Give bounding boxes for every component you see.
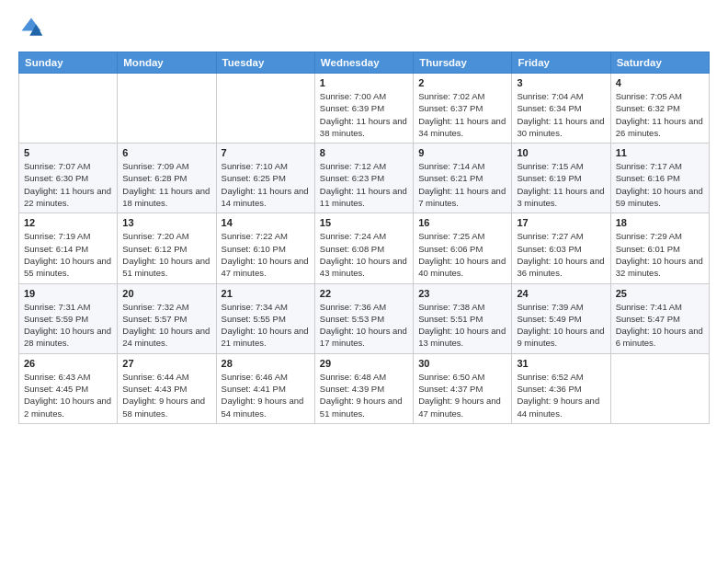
day-info: Sunrise: 6:46 AMSunset: 4:41 PMDaylight:… — [222, 371, 310, 419]
day-info: Sunrise: 7:36 AMSunset: 5:53 PMDaylight:… — [320, 301, 408, 350]
calendar-cell: 20Sunrise: 7:32 AMSunset: 5:57 PMDayligh… — [118, 283, 216, 353]
calendar-cell: 27Sunrise: 6:44 AMSunset: 4:43 PMDayligh… — [118, 353, 216, 423]
calendar-cell: 4Sunrise: 7:05 AMSunset: 6:32 PMDaylight… — [610, 74, 709, 144]
day-number: 22 — [320, 288, 408, 299]
calendar-week-row: 26Sunrise: 6:43 AMSunset: 4:45 PMDayligh… — [19, 353, 710, 423]
day-info: Sunrise: 7:29 AMSunset: 6:01 PMDaylight:… — [616, 230, 704, 279]
calendar-cell: 24Sunrise: 7:39 AMSunset: 5:49 PMDayligh… — [512, 283, 610, 353]
calendar-cell: 28Sunrise: 6:46 AMSunset: 4:41 PMDayligh… — [216, 353, 314, 423]
calendar-cell: 14Sunrise: 7:22 AMSunset: 6:10 PMDayligh… — [216, 213, 314, 283]
day-info: Sunrise: 7:15 AMSunset: 6:19 PMDaylight:… — [517, 160, 605, 209]
day-info: Sunrise: 7:24 AMSunset: 6:08 PMDaylight:… — [320, 230, 408, 279]
calendar-cell: 9Sunrise: 7:14 AMSunset: 6:21 PMDaylight… — [414, 144, 512, 213]
day-info: Sunrise: 7:02 AMSunset: 6:37 PMDaylight:… — [418, 90, 506, 139]
day-info: Sunrise: 7:12 AMSunset: 6:23 PMDaylight:… — [320, 160, 408, 209]
day-number: 30 — [418, 358, 506, 369]
day-number: 3 — [517, 77, 605, 88]
day-number: 25 — [616, 288, 704, 299]
day-info: Sunrise: 7:39 AMSunset: 5:49 PMDaylight:… — [517, 301, 605, 350]
day-info: Sunrise: 6:48 AMSunset: 4:39 PMDaylight:… — [320, 371, 408, 419]
calendar-cell: 26Sunrise: 6:43 AMSunset: 4:45 PMDayligh… — [19, 353, 118, 423]
day-info: Sunrise: 7:07 AMSunset: 6:30 PMDaylight:… — [24, 160, 112, 209]
day-info: Sunrise: 7:09 AMSunset: 6:28 PMDaylight:… — [122, 160, 210, 209]
day-info: Sunrise: 7:14 AMSunset: 6:21 PMDaylight:… — [418, 160, 506, 209]
calendar-cell — [216, 74, 314, 144]
day-info: Sunrise: 7:41 AMSunset: 5:47 PMDaylight:… — [616, 301, 704, 350]
day-info: Sunrise: 7:32 AMSunset: 5:57 PMDaylight:… — [122, 301, 210, 350]
day-info: Sunrise: 7:25 AMSunset: 6:06 PMDaylight:… — [418, 230, 506, 279]
calendar-cell: 8Sunrise: 7:12 AMSunset: 6:23 PMDaylight… — [314, 144, 413, 213]
day-of-week-header: Monday — [118, 52, 216, 74]
day-number: 15 — [320, 217, 408, 228]
calendar-cell: 12Sunrise: 7:19 AMSunset: 6:14 PMDayligh… — [19, 213, 118, 283]
day-number: 2 — [418, 77, 506, 88]
calendar-cell: 2Sunrise: 7:02 AMSunset: 6:37 PMDaylight… — [414, 74, 512, 144]
day-number: 7 — [222, 147, 310, 158]
calendar-cell: 15Sunrise: 7:24 AMSunset: 6:08 PMDayligh… — [314, 213, 413, 283]
day-number: 17 — [517, 217, 605, 228]
calendar-cell: 23Sunrise: 7:38 AMSunset: 5:51 PMDayligh… — [414, 283, 512, 353]
day-of-week-header: Friday — [512, 52, 610, 74]
day-info: Sunrise: 6:43 AMSunset: 4:45 PMDaylight:… — [24, 371, 112, 419]
calendar-table: SundayMondayTuesdayWednesdayThursdayFrid… — [18, 52, 710, 424]
day-number: 21 — [222, 288, 310, 299]
calendar-cell: 5Sunrise: 7:07 AMSunset: 6:30 PMDaylight… — [19, 144, 118, 213]
day-number: 26 — [24, 358, 112, 369]
calendar-cell: 21Sunrise: 7:34 AMSunset: 5:55 PMDayligh… — [216, 283, 314, 353]
calendar-week-row: 19Sunrise: 7:31 AMSunset: 5:59 PMDayligh… — [19, 283, 710, 353]
calendar-cell: 1Sunrise: 7:00 AMSunset: 6:39 PMDaylight… — [314, 74, 413, 144]
day-of-week-header: Thursday — [414, 52, 512, 74]
day-of-week-header: Saturday — [610, 52, 709, 74]
day-number: 8 — [320, 147, 408, 158]
calendar-cell: 10Sunrise: 7:15 AMSunset: 6:19 PMDayligh… — [512, 144, 610, 213]
day-number: 14 — [222, 217, 310, 228]
day-info: Sunrise: 7:00 AMSunset: 6:39 PMDaylight:… — [320, 90, 408, 139]
day-info: Sunrise: 7:38 AMSunset: 5:51 PMDaylight:… — [418, 301, 506, 350]
day-number: 28 — [222, 358, 310, 369]
day-number: 12 — [24, 217, 112, 228]
day-number: 19 — [24, 288, 112, 299]
day-number: 1 — [320, 77, 408, 88]
day-info: Sunrise: 7:17 AMSunset: 6:16 PMDaylight:… — [616, 160, 704, 209]
day-info: Sunrise: 7:22 AMSunset: 6:10 PMDaylight:… — [222, 230, 310, 279]
calendar-cell — [118, 74, 216, 144]
days-header-row: SundayMondayTuesdayWednesdayThursdayFrid… — [19, 52, 710, 74]
calendar-cell: 17Sunrise: 7:27 AMSunset: 6:03 PMDayligh… — [512, 213, 610, 283]
day-number: 6 — [122, 147, 210, 158]
calendar-cell: 18Sunrise: 7:29 AMSunset: 6:01 PMDayligh… — [610, 213, 709, 283]
day-info: Sunrise: 7:27 AMSunset: 6:03 PMDaylight:… — [517, 230, 605, 279]
day-number: 24 — [517, 288, 605, 299]
calendar-cell: 7Sunrise: 7:10 AMSunset: 6:25 PMDaylight… — [216, 144, 314, 213]
day-info: Sunrise: 6:44 AMSunset: 4:43 PMDaylight:… — [122, 371, 210, 419]
day-info: Sunrise: 7:04 AMSunset: 6:34 PMDaylight:… — [517, 90, 605, 139]
calendar-week-row: 5Sunrise: 7:07 AMSunset: 6:30 PMDaylight… — [19, 144, 710, 213]
calendar-cell: 19Sunrise: 7:31 AMSunset: 5:59 PMDayligh… — [19, 283, 118, 353]
calendar-cell: 29Sunrise: 6:48 AMSunset: 4:39 PMDayligh… — [314, 353, 413, 423]
logo-icon — [18, 15, 44, 40]
day-number: 29 — [320, 358, 408, 369]
day-info: Sunrise: 6:52 AMSunset: 4:36 PMDaylight:… — [517, 371, 605, 419]
day-of-week-header: Wednesday — [314, 52, 413, 74]
day-number: 13 — [122, 217, 210, 228]
day-info: Sunrise: 7:10 AMSunset: 6:25 PMDaylight:… — [222, 160, 310, 209]
day-info: Sunrise: 6:50 AMSunset: 4:37 PMDaylight:… — [418, 371, 506, 419]
day-number: 16 — [418, 217, 506, 228]
day-number: 11 — [616, 147, 704, 158]
calendar-cell: 22Sunrise: 7:36 AMSunset: 5:53 PMDayligh… — [314, 283, 413, 353]
day-of-week-header: Sunday — [19, 52, 118, 74]
day-number: 20 — [122, 288, 210, 299]
calendar-week-row: 1Sunrise: 7:00 AMSunset: 6:39 PMDaylight… — [19, 74, 710, 144]
day-number: 4 — [616, 77, 704, 88]
calendar-cell: 31Sunrise: 6:52 AMSunset: 4:36 PMDayligh… — [512, 353, 610, 423]
calendar-cell: 25Sunrise: 7:41 AMSunset: 5:47 PMDayligh… — [610, 283, 709, 353]
day-number: 5 — [24, 147, 112, 158]
day-number: 9 — [418, 147, 506, 158]
day-info: Sunrise: 7:05 AMSunset: 6:32 PMDaylight:… — [616, 90, 704, 139]
calendar-cell: 30Sunrise: 6:50 AMSunset: 4:37 PMDayligh… — [414, 353, 512, 423]
day-of-week-header: Tuesday — [216, 52, 314, 74]
calendar-cell — [610, 353, 709, 423]
calendar-cell: 13Sunrise: 7:20 AMSunset: 6:12 PMDayligh… — [118, 213, 216, 283]
calendar-cell: 6Sunrise: 7:09 AMSunset: 6:28 PMDaylight… — [118, 144, 216, 213]
calendar-cell: 3Sunrise: 7:04 AMSunset: 6:34 PMDaylight… — [512, 74, 610, 144]
day-number: 23 — [418, 288, 506, 299]
